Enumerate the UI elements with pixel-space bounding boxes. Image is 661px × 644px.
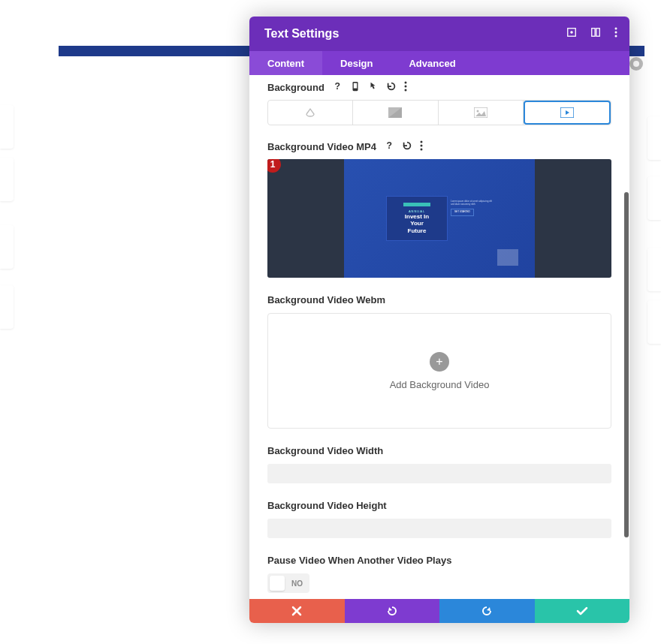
tab-label: Advanced bbox=[409, 58, 455, 69]
toggle-state-label: NO bbox=[291, 579, 303, 588]
reset-icon[interactable] bbox=[402, 140, 412, 153]
modal-title: Text Settings bbox=[264, 27, 339, 41]
bg-video-mp4-row: Background Video MP4 ? bbox=[267, 140, 611, 153]
modal-footer bbox=[249, 599, 629, 623]
side-card bbox=[0, 285, 14, 329]
svg-point-5 bbox=[615, 28, 617, 30]
preview-paragraph: Lorem ipsum dolor sit amet adipiscing el… bbox=[448, 196, 493, 217]
svg-point-12 bbox=[404, 86, 406, 88]
close-bubble-icon[interactable] bbox=[629, 57, 643, 71]
toggle-pause-another[interactable]: NO bbox=[267, 573, 309, 593]
field-label-bg-video-width: Background Video Width bbox=[267, 445, 611, 456]
tabs: Content Design Advanced bbox=[249, 51, 629, 75]
side-card bbox=[647, 300, 661, 344]
preview-frame: ANNUAL Invest In Your Future Lorem ipsum… bbox=[344, 159, 535, 278]
bg-video-height-input[interactable] bbox=[267, 519, 611, 538]
tab-advanced[interactable]: Advanced bbox=[391, 51, 473, 75]
menu-vertical-icon[interactable] bbox=[404, 81, 407, 94]
help-icon[interactable]: ? bbox=[384, 140, 394, 153]
svg-point-13 bbox=[404, 89, 406, 92]
svg-rect-10 bbox=[354, 83, 357, 89]
bg-video-width-input[interactable] bbox=[267, 464, 611, 483]
svg-point-11 bbox=[404, 82, 406, 84]
svg-rect-3 bbox=[592, 29, 595, 37]
side-card bbox=[0, 105, 14, 149]
reset-icon[interactable] bbox=[386, 81, 397, 94]
side-card bbox=[647, 176, 661, 220]
background-type-chooser bbox=[267, 100, 611, 125]
cancel-button[interactable] bbox=[249, 599, 345, 623]
bg-video-webm-dropzone[interactable]: + Add Background Video bbox=[267, 313, 611, 429]
svg-point-20 bbox=[420, 145, 422, 147]
hover-icon[interactable] bbox=[368, 81, 379, 94]
svg-point-0 bbox=[633, 61, 639, 67]
menu-vertical-icon[interactable] bbox=[614, 27, 617, 41]
svg-rect-4 bbox=[596, 29, 599, 37]
svg-point-7 bbox=[615, 35, 617, 38]
plus-icon: + bbox=[430, 352, 449, 372]
side-card bbox=[647, 248, 661, 291]
field-label-background: Background bbox=[267, 82, 324, 93]
bg-type-image[interactable] bbox=[439, 101, 524, 125]
field-label-bg-video-webm: Background Video Webm bbox=[267, 294, 611, 305]
annotation-badge-1: 1 bbox=[267, 159, 281, 173]
phone-icon[interactable] bbox=[350, 81, 361, 94]
bg-type-gradient[interactable] bbox=[353, 101, 438, 125]
svg-point-19 bbox=[420, 141, 422, 143]
field-label-pause-another: Pause Video When Another Video Plays bbox=[267, 555, 611, 566]
bg-type-video[interactable] bbox=[524, 101, 611, 125]
field-label-bg-video-height: Background Video Height bbox=[267, 500, 611, 511]
help-icon[interactable]: ? bbox=[332, 81, 343, 94]
preview-cta-button: GET STARTED bbox=[451, 209, 474, 216]
tab-content[interactable]: Content bbox=[249, 51, 322, 75]
side-card bbox=[647, 116, 661, 160]
bg-type-color[interactable] bbox=[268, 101, 353, 125]
redo-button[interactable] bbox=[439, 599, 535, 623]
svg-point-16 bbox=[476, 110, 478, 113]
svg-point-6 bbox=[615, 32, 617, 34]
tab-label: Design bbox=[340, 58, 373, 69]
modal-header: Text Settings bbox=[249, 17, 629, 51]
svg-point-21 bbox=[420, 149, 422, 151]
confirm-button[interactable] bbox=[535, 599, 630, 623]
scrollbar[interactable] bbox=[624, 192, 629, 537]
undo-button[interactable] bbox=[345, 599, 440, 623]
preview-overlay-box bbox=[497, 249, 518, 266]
columns-icon[interactable] bbox=[590, 27, 601, 41]
video-preview-mp4[interactable]: 1 ANNUAL Invest In Your Future Lorem ips… bbox=[267, 159, 611, 278]
tab-design[interactable]: Design bbox=[322, 51, 391, 75]
background-field-row: Background ? bbox=[267, 81, 611, 94]
svg-point-2 bbox=[570, 31, 573, 34]
expand-icon[interactable] bbox=[566, 27, 577, 41]
settings-modal: Text Settings Content Design Advanced Ba… bbox=[249, 17, 629, 623]
modal-content: Background ? Background Video MP4 ? bbox=[249, 75, 629, 623]
dropzone-label: Add Background Video bbox=[390, 379, 490, 390]
svg-text:?: ? bbox=[334, 81, 340, 92]
field-label-bg-video-mp4: Background Video MP4 bbox=[267, 141, 376, 152]
svg-text:?: ? bbox=[386, 140, 391, 151]
side-card bbox=[0, 158, 14, 201]
preview-content-card: ANNUAL Invest In Your Future bbox=[386, 196, 448, 242]
menu-vertical-icon[interactable] bbox=[420, 140, 423, 153]
tab-label: Content bbox=[267, 58, 304, 69]
side-card bbox=[0, 225, 14, 269]
